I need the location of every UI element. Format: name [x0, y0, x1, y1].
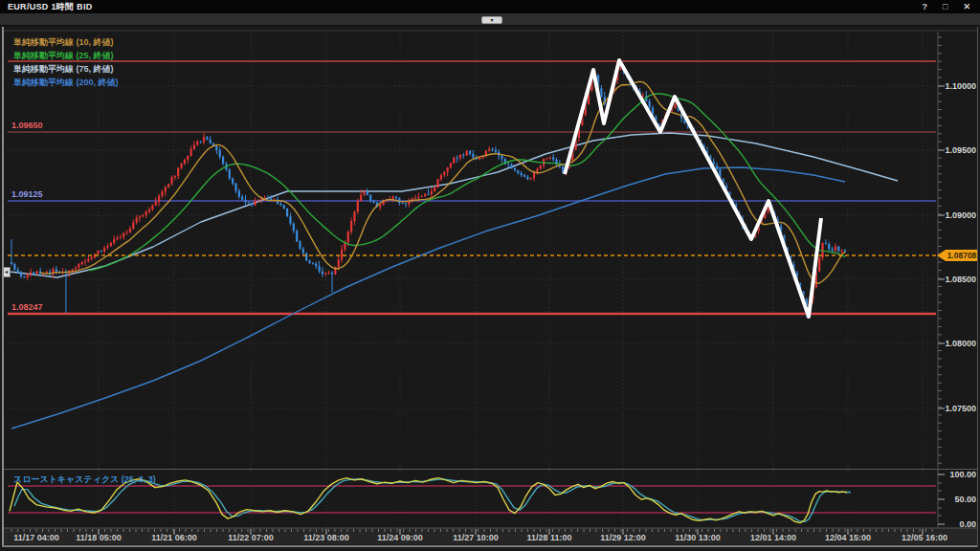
price-line-label: 1.09650 [11, 121, 43, 130]
sma-legend: 単純移動平均線 (10, 終値)単純移動平均線 (25, 終値)単純移動平均線 … [13, 35, 119, 89]
price-line-label: 1.09125 [11, 189, 43, 199]
stoch-axis-label: 50.00 [900, 495, 976, 504]
time-axis-label: 11/18 05:00 [76, 533, 122, 542]
time-axis-label: 11/21 06:00 [151, 533, 197, 542]
sma-legend-item: 単純移動平均線 (75, 終値) [13, 62, 119, 76]
sma-legend-item: 単純移動平均線 (25, 終値) [13, 49, 119, 62]
time-axis-label: 11/27 10:00 [453, 533, 499, 542]
window-edge-bottom [2, 545, 977, 547]
stoch-axis-label: 0.00 [900, 519, 976, 529]
price-chart-canvas[interactable] [0, 0, 980, 551]
price-axis-label: 1.07500 [900, 404, 976, 413]
price-axis-label: 1.09000 [900, 210, 976, 220]
price-line-label: 1.08247 [11, 302, 43, 312]
price-axis-label: 1.08500 [900, 275, 976, 284]
time-axis-label: 12/05 16:00 [902, 533, 947, 542]
window-edge-right [977, 27, 978, 547]
time-axis-label: 11/29 12:00 [600, 533, 646, 542]
current-price-tag: 1.08708 [946, 251, 978, 261]
stochastic-legend: スローストキャスティクス (25, 3, 3) [13, 474, 156, 486]
time-axis-label: 11/17 04:00 [13, 533, 59, 542]
window-edge-left [2, 27, 4, 547]
sma-legend-item: 単純移動平均線 (10, 終値) [13, 35, 119, 49]
sma-legend-item: 単純移動平均線 (200, 終値) [13, 76, 119, 89]
time-axis-label: 11/23 08:00 [303, 533, 349, 542]
time-axis-label: 11/22 07:00 [228, 533, 274, 542]
price-axis-label: 1.10000 [900, 81, 976, 91]
price-axis-label: 1.09500 [900, 145, 976, 155]
time-axis-label: 11/24 09:00 [377, 533, 423, 542]
price-axis-label: 1.08000 [900, 339, 976, 348]
time-axis-label: 11/28 11:00 [526, 533, 571, 542]
time-axis-label: 11/30 13:00 [675, 533, 721, 542]
time-axis-label: 12/04 15:00 [825, 533, 871, 542]
time-axis-label: 12/01 14:00 [750, 533, 796, 542]
stoch-axis-label: 100.00 [900, 470, 976, 479]
